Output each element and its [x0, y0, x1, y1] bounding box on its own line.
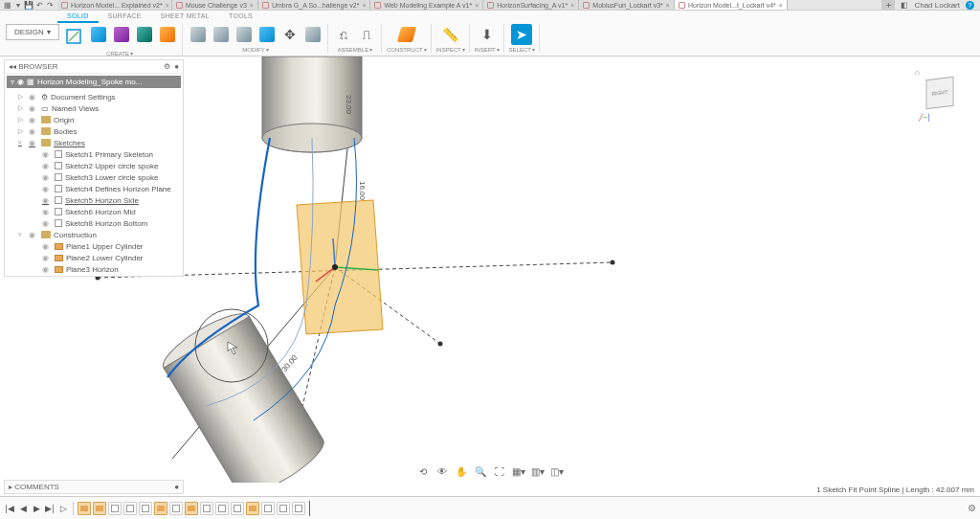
visibility-icon[interactable]: ◉	[29, 139, 38, 147]
comments-expand-icon[interactable]: ●	[174, 483, 179, 491]
close-tab-icon[interactable]: ×	[166, 2, 169, 9]
tree-node[interactable]: ◉Sketch3 Lower circle spoke	[5, 171, 183, 183]
insert-button[interactable]: ⬇	[477, 24, 498, 45]
document-tab[interactable]: HorizonSurfacing_A v1*×	[483, 0, 579, 10]
tree-node[interactable]: ◉Plane2 Lower Cylinder	[5, 252, 183, 263]
document-tab[interactable]: Mouse Challenge v3×	[172, 0, 258, 10]
timeline-play-button[interactable]: ▶|	[44, 503, 56, 514]
expand-arrow-icon[interactable]: ▿	[18, 139, 26, 147]
document-tab[interactable]: Web Modeling Example A v1*×	[370, 0, 483, 10]
move-button[interactable]: ✥	[279, 24, 301, 45]
tree-node[interactable]: ▷◉Origin	[5, 114, 183, 125]
workspace-switcher[interactable]: DESIGN ▾	[6, 24, 59, 40]
grid-settings-button[interactable]: ▥▾	[530, 463, 546, 479]
create-sketch-button[interactable]	[61, 24, 86, 49]
home-view-icon[interactable]: ⌂	[915, 68, 920, 77]
timeline-feature-sketch[interactable]	[215, 502, 229, 515]
view-cube[interactable]: ⌂ RIGHT ╱─│	[917, 70, 963, 116]
joint-button[interactable]: ⎌	[333, 24, 354, 45]
timeline-play-button[interactable]: ▶	[31, 503, 42, 514]
cylinder-button[interactable]	[111, 24, 132, 45]
tree-node[interactable]: ▷◉Bodies	[5, 125, 183, 137]
extensions-icon[interactable]: ◧	[901, 1, 908, 10]
timeline-feature-sketch[interactable]	[169, 502, 183, 515]
display-settings-button[interactable]: ▦▾	[511, 463, 526, 479]
browser-collapse-icon[interactable]: ●	[174, 62, 179, 71]
timeline-feature-plane[interactable]	[154, 502, 167, 515]
ribbon-tab-surface[interactable]: SURFACE	[99, 11, 151, 23]
torus-button[interactable]	[157, 24, 178, 45]
comments-panel[interactable]: ▸ COMMENTS ●	[4, 480, 184, 494]
document-tab[interactable]: Horizon Model... Explained v2*×	[57, 0, 172, 10]
visibility-icon[interactable]: ◉	[42, 242, 52, 251]
tree-node[interactable]: ◉Sketch6 Horizon Mid	[5, 206, 183, 217]
timeline-settings-icon[interactable]: ⚙	[968, 503, 976, 513]
tree-node[interactable]: ◉Plane3 Horizon	[5, 263, 183, 275]
close-tab-icon[interactable]: ×	[666, 2, 670, 9]
tree-node[interactable]: ◉Sketch2 Upper circle spoke	[5, 160, 183, 171]
tree-node[interactable]: ▷◉⚙Document Settings	[5, 91, 183, 102]
sphere-button[interactable]	[134, 24, 155, 45]
select-button[interactable]: ➤	[511, 24, 532, 45]
timeline-feature-sketch[interactable]	[261, 502, 275, 515]
expand-arrow-icon[interactable]: ▿	[18, 231, 26, 238]
visibility-icon[interactable]: ◉	[42, 185, 52, 193]
fillet-button[interactable]	[211, 24, 232, 45]
redo-icon[interactable]: ↷	[46, 1, 54, 9]
timeline-feature-sketch[interactable]	[139, 502, 152, 515]
new-tab-button[interactable]: ＋	[881, 0, 895, 11]
align-button[interactable]	[302, 24, 323, 45]
expand-arrow-icon[interactable]: ▷	[18, 93, 26, 101]
help-icon[interactable]: ?	[966, 1, 974, 10]
timeline-marker[interactable]	[309, 501, 310, 516]
document-tab[interactable]: MobiusFun_Lockart v3*×	[579, 0, 675, 10]
document-tab[interactable]: Horizon Model...t_Lockart v4*×	[675, 0, 788, 10]
box-button[interactable]	[88, 24, 109, 45]
view-cube-face[interactable]: RIGHT	[925, 77, 953, 109]
as-built-joint-button[interactable]: ⎍	[356, 24, 377, 45]
ribbon-tab-sheet-metal[interactable]: SHEET METAL	[151, 11, 219, 23]
visibility-icon[interactable]: ◉	[29, 93, 38, 102]
pan-button[interactable]: ✋	[454, 463, 469, 479]
close-tab-icon[interactable]: ×	[362, 2, 366, 9]
visibility-icon[interactable]: ◉	[42, 162, 52, 170]
tree-node[interactable]: ◉Sketch8 Horizon Bottom	[5, 217, 183, 229]
close-tab-icon[interactable]: ×	[250, 2, 254, 9]
combine-button[interactable]	[256, 24, 278, 45]
timeline-feature-sketch[interactable]	[200, 502, 213, 515]
timeline-feature-sketch[interactable]	[108, 502, 122, 515]
visibility-icon[interactable]: ◉	[42, 173, 52, 182]
app-menu-icon[interactable]: ▦	[4, 1, 11, 9]
visibility-icon[interactable]: ◉	[29, 104, 38, 113]
visibility-icon[interactable]: ◉	[42, 265, 52, 274]
visibility-icon[interactable]: ◉	[29, 116, 38, 124]
timeline-feature-plane[interactable]	[185, 502, 198, 515]
visibility-icon[interactable]: ◉	[42, 150, 52, 159]
measure-button[interactable]: 📏	[440, 24, 461, 45]
tree-node[interactable]: ◉Sketch4 Defines Horizon Plane	[5, 183, 183, 194]
timeline-feature-sketch[interactable]	[231, 502, 244, 515]
look-button[interactable]: 👁	[434, 463, 450, 479]
timeline-feature-plane[interactable]	[246, 502, 259, 515]
viewport-layout-button[interactable]: ◫▾	[549, 463, 565, 479]
expand-arrow-icon[interactable]: ▷	[18, 104, 26, 112]
expand-arrow-icon[interactable]: ▷	[18, 116, 26, 124]
timeline-feature-plane[interactable]	[78, 502, 91, 515]
timeline-play-button[interactable]: |◀	[4, 503, 15, 514]
press-pull-button[interactable]	[188, 24, 209, 45]
shell-button[interactable]	[234, 24, 255, 45]
visibility-icon[interactable]: ◉	[42, 219, 52, 228]
visibility-icon[interactable]: ◉	[42, 208, 52, 216]
tree-node[interactable]: ◉Sketch1 Primary Skeleton	[5, 148, 183, 160]
browser-header[interactable]: ◂◂ BROWSER ⚙ ●	[5, 60, 183, 74]
document-tab[interactable]: Umbra G_A So...hallenge v2*×	[258, 0, 371, 10]
tree-node[interactable]: ▿◉Sketches	[5, 137, 183, 148]
fit-button[interactable]: ⛶	[492, 463, 507, 479]
tree-node[interactable]: ◉Sketch5 Horizon Side	[5, 194, 183, 206]
timeline-play-button[interactable]: ▷	[57, 503, 69, 514]
file-icon[interactable]: ▾	[14, 1, 22, 9]
timeline-feature-sketch[interactable]	[123, 502, 137, 515]
browser-settings-icon[interactable]: ⚙	[164, 62, 170, 71]
close-tab-icon[interactable]: ×	[475, 2, 479, 9]
visibility-icon[interactable]: ◉	[42, 254, 52, 262]
